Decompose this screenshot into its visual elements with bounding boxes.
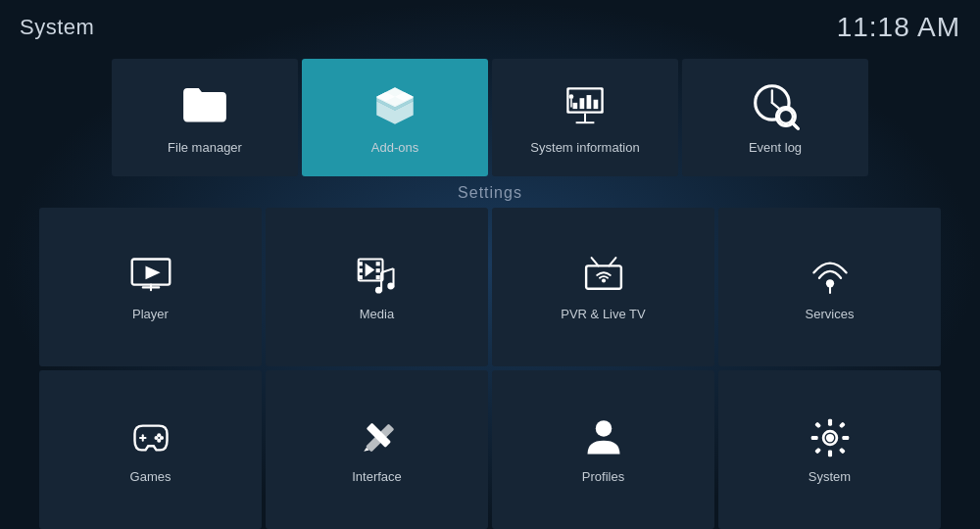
svg-rect-63 — [838, 421, 845, 428]
settings-tile-games[interactable]: Games — [39, 370, 262, 529]
top-tile-add-ons[interactable]: Add-ons — [302, 59, 488, 176]
services-label: Services — [806, 307, 855, 321]
clock: 11:18 AM — [837, 12, 960, 43]
svg-rect-9 — [580, 98, 585, 109]
file-manager-label: File manager — [168, 140, 242, 155]
games-icon — [129, 416, 172, 459]
settings-tile-profiles[interactable]: Profiles — [492, 370, 714, 529]
folder-icon — [180, 81, 229, 130]
svg-point-39 — [374, 286, 381, 293]
svg-rect-64 — [814, 447, 821, 454]
system-info-icon — [561, 81, 610, 130]
svg-marker-25 — [145, 265, 160, 279]
top-tile-system-information[interactable]: System information — [492, 59, 678, 176]
settings-tile-system[interactable]: System — [718, 370, 941, 529]
svg-rect-65 — [838, 447, 845, 454]
svg-rect-31 — [358, 275, 362, 279]
services-icon — [808, 254, 852, 297]
svg-point-51 — [154, 435, 158, 439]
system-information-label: System information — [530, 140, 639, 155]
svg-point-14 — [569, 94, 574, 99]
add-ons-label: Add-ons — [371, 140, 418, 155]
interface-label: Interface — [352, 469, 402, 484]
app-title: System — [20, 15, 94, 40]
settings-tile-media[interactable]: Media — [266, 208, 488, 366]
interface-icon — [356, 416, 399, 459]
settings-tile-pvr[interactable]: PVR & Live TV — [492, 208, 714, 366]
svg-rect-61 — [842, 435, 849, 439]
header: System 11:18 AM — [0, 0, 980, 55]
event-log-label: Event log — [749, 140, 802, 155]
svg-rect-58 — [827, 418, 831, 425]
svg-rect-34 — [375, 275, 379, 279]
profiles-icon — [582, 416, 625, 459]
settings-section: Settings Player — [0, 184, 980, 529]
svg-point-66 — [825, 433, 833, 441]
top-tile-event-log[interactable]: Event log — [682, 59, 868, 176]
svg-line-42 — [591, 258, 598, 265]
profiles-label: Profiles — [582, 469, 624, 484]
svg-rect-60 — [810, 435, 817, 439]
system-icon — [808, 416, 852, 459]
pvr-icon — [582, 254, 625, 297]
settings-tile-services[interactable]: Services — [718, 208, 941, 366]
settings-title: Settings — [39, 184, 941, 202]
svg-rect-11 — [594, 99, 599, 108]
svg-rect-29 — [358, 262, 362, 265]
media-icon — [356, 254, 399, 297]
svg-point-44 — [601, 278, 605, 282]
system-label: System — [808, 469, 851, 484]
top-tile-file-manager[interactable]: File manager — [112, 59, 298, 176]
svg-point-40 — [387, 282, 394, 289]
svg-line-23 — [791, 121, 796, 126]
screen: System 11:18 AM File manager Add-ons — [0, 0, 980, 529]
svg-rect-59 — [827, 450, 831, 457]
top-row: File manager Add-ons — [0, 59, 980, 176]
svg-rect-30 — [358, 268, 362, 272]
player-label: Player — [132, 307, 169, 321]
svg-rect-10 — [587, 95, 592, 109]
event-log-icon — [751, 81, 800, 130]
addons-icon — [370, 81, 419, 130]
settings-tile-player[interactable]: Player — [39, 208, 262, 366]
svg-rect-62 — [814, 421, 821, 428]
svg-rect-41 — [586, 265, 621, 288]
settings-tile-interface[interactable]: Interface — [266, 370, 488, 529]
svg-rect-33 — [375, 268, 379, 272]
svg-rect-32 — [375, 262, 379, 265]
svg-marker-35 — [365, 263, 374, 276]
pvr-label: PVR & Live TV — [561, 307, 645, 321]
svg-rect-8 — [573, 102, 578, 108]
games-label: Games — [130, 469, 172, 484]
svg-line-43 — [609, 258, 615, 265]
settings-grid: Player — [39, 208, 941, 529]
svg-point-52 — [159, 435, 163, 439]
player-icon — [129, 254, 172, 297]
svg-point-56 — [595, 420, 612, 437]
media-label: Media — [360, 307, 394, 321]
